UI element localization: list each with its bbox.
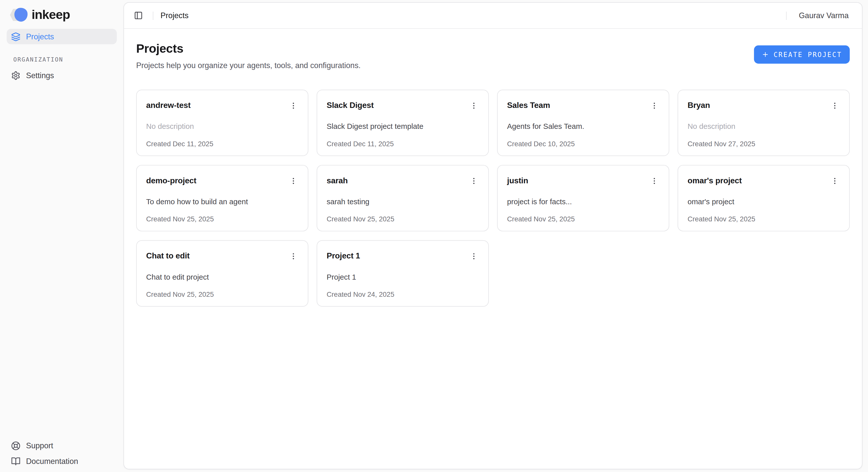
topbar-divider [153, 11, 153, 20]
life-buoy-icon [11, 441, 21, 450]
project-menu-button[interactable] [828, 99, 842, 113]
project-name: omar's project [687, 174, 742, 185]
project-card[interactable]: Chat to edit Chat to edit project Create… [136, 240, 308, 306]
brand-logo: inkeep [0, 0, 124, 22]
project-menu-button[interactable] [467, 99, 481, 113]
kebab-icon [289, 252, 298, 261]
project-created-date: Created Nov 25, 2025 [507, 215, 661, 223]
project-description: No description [146, 122, 301, 131]
kebab-icon [470, 252, 478, 261]
create-project-button[interactable]: CREATE PROJECT [754, 45, 850, 64]
card-header: demo-project [146, 174, 301, 188]
kebab-icon [289, 177, 298, 185]
sidebar: inkeep Projects ORGANIZATION [0, 0, 124, 472]
breadcrumb: Projects [161, 11, 189, 20]
card-header: Chat to edit [146, 249, 301, 263]
panel-left-icon [134, 11, 143, 20]
page-content: Projects Projects help you organize your… [124, 29, 862, 469]
sidebar-section-organization: ORGANIZATION [13, 56, 124, 63]
project-created-date: Created Nov 27, 2025 [687, 140, 842, 148]
sidebar-item-documentation[interactable]: Documentation [6, 453, 116, 469]
layers-icon [11, 32, 21, 41]
topbar: Projects Gaurav Varma [124, 3, 862, 29]
sidebar-toggle-button[interactable] [131, 8, 146, 23]
project-card[interactable]: Sales Team Agents for Sales Team. Create… [497, 90, 669, 156]
kebab-icon [470, 177, 478, 185]
project-card[interactable]: Slack Digest Slack Digest project templa… [317, 90, 489, 156]
sidebar-item-label: Settings [26, 71, 54, 80]
project-description: project is for facts... [507, 197, 661, 206]
sidebar-nav: Projects [6, 29, 117, 44]
kebab-icon [470, 101, 478, 110]
project-description: sarah testing [327, 197, 481, 206]
brand-wordmark: inkeep [32, 7, 70, 22]
project-created-date: Created Nov 25, 2025 [146, 290, 301, 298]
kebab-icon [650, 177, 659, 185]
project-name: Slack Digest [327, 99, 374, 110]
project-menu-button[interactable] [286, 249, 301, 263]
project-menu-button[interactable] [467, 174, 481, 188]
project-name: Sales Team [507, 99, 550, 110]
project-menu-button[interactable] [286, 99, 301, 113]
kebab-icon [830, 101, 839, 110]
project-menu-button[interactable] [647, 99, 661, 113]
page-title: Projects [136, 41, 361, 56]
project-created-date: Created Nov 25, 2025 [146, 215, 301, 223]
kebab-icon [650, 101, 659, 110]
projects-grid: andrew-test No description Created Dec 1… [136, 90, 850, 306]
project-created-date: Created Nov 25, 2025 [327, 215, 481, 223]
card-header: Bryan [687, 99, 842, 113]
card-header: justin [507, 174, 661, 188]
sidebar-item-settings[interactable]: Settings [6, 68, 117, 83]
project-card[interactable]: Project 1 Project 1 Created Nov 24, 2025 [317, 240, 489, 306]
card-header: omar's project [687, 174, 842, 188]
project-menu-button[interactable] [286, 174, 301, 188]
project-card[interactable]: andrew-test No description Created Dec 1… [136, 90, 308, 156]
inkeep-logo-icon [10, 7, 28, 22]
project-name: Bryan [687, 99, 710, 110]
card-header: andrew-test [146, 99, 301, 113]
sidebar-footer: Support Documentation [6, 438, 116, 469]
project-name: Project 1 [327, 249, 360, 260]
project-menu-button[interactable] [467, 249, 481, 263]
project-description: Project 1 [327, 273, 481, 281]
project-description: No description [687, 122, 842, 131]
kebab-icon [830, 177, 839, 185]
page-subtitle: Projects help you organize your agents, … [136, 61, 361, 70]
project-menu-button[interactable] [647, 174, 661, 188]
project-card[interactable]: sarah sarah testing Created Nov 25, 2025 [317, 165, 489, 231]
project-card[interactable]: omar's project omar's project Created No… [678, 165, 850, 231]
plus-icon [762, 51, 769, 58]
sidebar-item-label: Support [26, 441, 53, 450]
user-menu[interactable]: Gaurav Varma [799, 11, 849, 20]
card-header: sarah [327, 174, 481, 188]
app-window: inkeep Projects ORGANIZATION [0, 0, 868, 472]
project-menu-button[interactable] [828, 174, 842, 188]
card-header: Sales Team [507, 99, 661, 113]
project-created-date: Created Dec 11, 2025 [146, 140, 301, 148]
project-card[interactable]: demo-project To demo how to build an age… [136, 165, 308, 231]
sidebar-item-support[interactable]: Support [6, 438, 116, 453]
project-card[interactable]: justin project is for facts... Created N… [497, 165, 669, 231]
create-project-label: CREATE PROJECT [774, 51, 842, 59]
gear-icon [11, 71, 21, 80]
project-name: demo-project [146, 174, 196, 185]
book-open-icon [11, 457, 21, 466]
project-name: sarah [327, 174, 348, 185]
sidebar-org-group: Settings [6, 68, 117, 83]
project-description: omar's project [687, 197, 842, 206]
project-created-date: Created Dec 10, 2025 [507, 140, 661, 148]
project-name: justin [507, 174, 528, 185]
kebab-icon [289, 101, 298, 110]
project-description: Slack Digest project template [327, 122, 481, 131]
sidebar-item-projects[interactable]: Projects [6, 29, 117, 44]
card-header: Project 1 [327, 249, 481, 263]
card-header: Slack Digest [327, 99, 481, 113]
project-description: Chat to edit project [146, 273, 301, 281]
page-header-text: Projects Projects help you organize your… [136, 41, 361, 70]
project-created-date: Created Nov 25, 2025 [687, 215, 842, 223]
project-created-date: Created Nov 24, 2025 [327, 290, 481, 298]
topbar-divider-right [786, 11, 786, 20]
project-description: Agents for Sales Team. [507, 122, 661, 131]
project-card[interactable]: Bryan No description Created Nov 27, 202… [678, 90, 850, 156]
